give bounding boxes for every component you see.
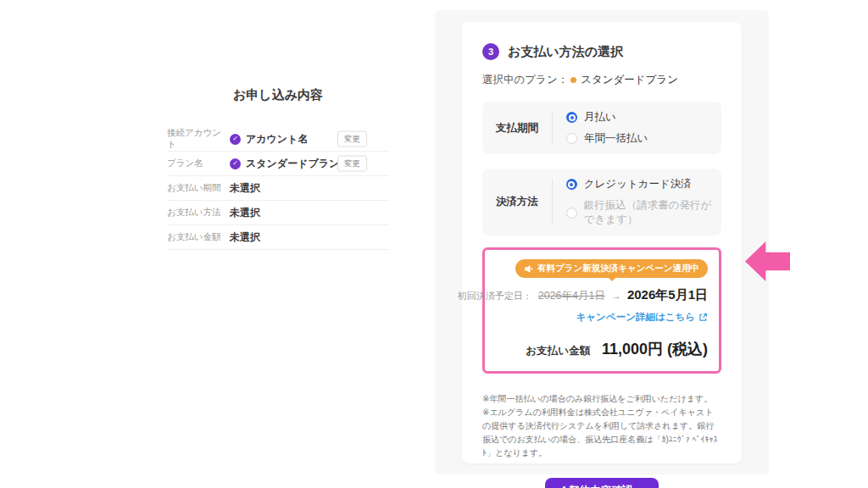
row-value-text: スタンダードプラン (246, 157, 339, 171)
campaign-details-link-text: キャンペーン詳細はこちら (576, 311, 695, 324)
campaign-details-link[interactable]: キャンペーン詳細はこちら (576, 311, 708, 324)
radio-credit-card[interactable]: クレジットカード決済 (566, 177, 721, 191)
payment-selection-panel: 3 お支払い方法の選択 選択中のプラン： スタンダードプラン 支払期間 月払い (435, 10, 769, 474)
radio-unselected-icon[interactable] (566, 133, 577, 144)
campaign-highlight-box: 有料プラン新規決済キャンペーン適用中 初回決済予定日： 2026年4月1日 → … (482, 247, 721, 374)
radio-annual[interactable]: 年間一括払い (566, 131, 648, 146)
row-value-text: 未選択 (230, 206, 260, 220)
summary-row-account: 接続アカウント ✓ アカウント名 変更 (167, 127, 389, 152)
payment-period-options: 月払い 年間一括払い (553, 110, 648, 146)
external-link-icon (698, 313, 708, 322)
payment-selection-card: 3 お支払い方法の選択 選択中のプラン： スタンダードプラン 支払期間 月払い (462, 22, 742, 463)
radio-label: 月払い (584, 110, 616, 125)
application-summary: お申し込み内容 接続アカウント ✓ アカウント名 変更 プラン名 ✓ スタンダー… (167, 87, 389, 250)
row-label: お支払い金額 (167, 231, 230, 243)
payment-amount-row: お支払い金額 11,000円 (税込) (496, 339, 708, 359)
row-value-text: 未選択 (230, 230, 260, 245)
row-value: ✓ スタンダードプラン (230, 157, 339, 171)
summary-row-payment-method: お支払い方法 未選択 (167, 201, 389, 225)
footnotes: ※年間一括払いの場合のみ銀行振込をご利用いただけます。 ※エルグラムの利用料金は… (482, 392, 721, 460)
selected-plan-label: 選択中のプラン： (482, 73, 568, 87)
change-plan-button[interactable]: 変更 (337, 156, 367, 172)
row-value: 未選択 (230, 230, 260, 245)
summary-row-plan: プラン名 ✓ スタンダードプラン 変更 (167, 152, 389, 176)
plan-dot-icon (570, 77, 576, 83)
first-payment-date-row: 初回決済予定日： 2026年4月1日 → 2026年5月1日 (496, 287, 708, 303)
radio-label: 年間一括払い (584, 131, 648, 146)
row-value: 未選択 (230, 206, 260, 220)
radio-selected-icon[interactable] (566, 112, 577, 123)
campaign-badge-text: 有料プラン新規決済キャンペーン適用中 (537, 263, 699, 274)
confirm-contract-button[interactable]: 4 契約内容確認へ (545, 478, 659, 488)
payment-method-box: 決済方法 クレジットカード決済 銀行振込（請求書の発行ができます） (482, 169, 721, 236)
campaign-link-row: キャンペーン詳細はこちら (496, 308, 708, 324)
application-summary-title: お申し込み内容 (167, 87, 389, 103)
check-circle-icon: ✓ (230, 134, 241, 145)
selected-plan-line: 選択中のプラン： スタンダードプラン (482, 73, 721, 87)
check-circle-icon: ✓ (230, 158, 241, 169)
row-label: プラン名 (167, 158, 230, 169)
radio-unselected-icon[interactable] (566, 208, 577, 219)
radio-bank-transfer[interactable]: 銀行振込（請求書の発行ができます） (566, 198, 721, 227)
row-label: お支払い期間 (167, 182, 230, 194)
date-change-arrow: → (611, 290, 621, 302)
payment-method-options: クレジットカード決済 銀行振込（請求書の発行ができます） (553, 177, 721, 227)
new-date: 2026年5月1日 (627, 287, 708, 303)
radio-monthly[interactable]: 月払い (566, 110, 648, 125)
step-number-badge: 3 (482, 43, 499, 60)
page: お申し込み内容 接続アカウント ✓ アカウント名 変更 プラン名 ✓ スタンダー… (0, 0, 868, 488)
footnote: ※エルグラムの利用料金は株式会社ユニヴァ・ペイキャストの提供する決済代行システム… (482, 406, 721, 460)
payment-amount-value: 11,000円 (税込) (602, 339, 708, 359)
footnote: ※年間一括払いの場合のみ銀行振込をご利用いただけます。 (482, 392, 721, 406)
campaign-badge: 有料プラン新規決済キャンペーン適用中 (515, 259, 708, 278)
row-label: 接続アカウント (167, 127, 230, 151)
step-header: 3 お支払い方法の選択 (482, 43, 721, 60)
row-value: ✓ アカウント名 (230, 132, 308, 147)
megaphone-icon (524, 264, 533, 274)
selected-plan-value: スタンダードプラン (581, 73, 678, 87)
campaign-badge-row: 有料プラン新規決済キャンペーン適用中 (496, 259, 708, 278)
first-payment-date-label: 初回決済予定日： (458, 290, 532, 302)
payment-period-label: 支払期間 (482, 110, 552, 146)
payment-method-label: 決済方法 (482, 177, 552, 227)
radio-label: 銀行振込（請求書の発行ができます） (584, 198, 721, 227)
radio-label: クレジットカード決済 (584, 177, 692, 191)
row-value-text: アカウント名 (246, 132, 308, 147)
summary-row-payment-period: お支払い期間 未選択 (167, 176, 389, 201)
row-value: 未選択 (230, 181, 260, 196)
radio-selected-icon[interactable] (566, 179, 577, 190)
change-account-button[interactable]: 変更 (337, 131, 367, 147)
summary-row-payment-amount: お支払い金額 未選択 (167, 225, 389, 250)
payment-amount-label: お支払い金額 (526, 344, 590, 358)
row-label: お支払い方法 (167, 207, 230, 219)
payment-period-box: 支払期間 月払い 年間一括払い (482, 102, 721, 154)
step-title: お支払い方法の選択 (508, 44, 623, 60)
original-date: 2026年4月1日 (538, 289, 605, 303)
row-value-text: 未選択 (230, 181, 260, 196)
